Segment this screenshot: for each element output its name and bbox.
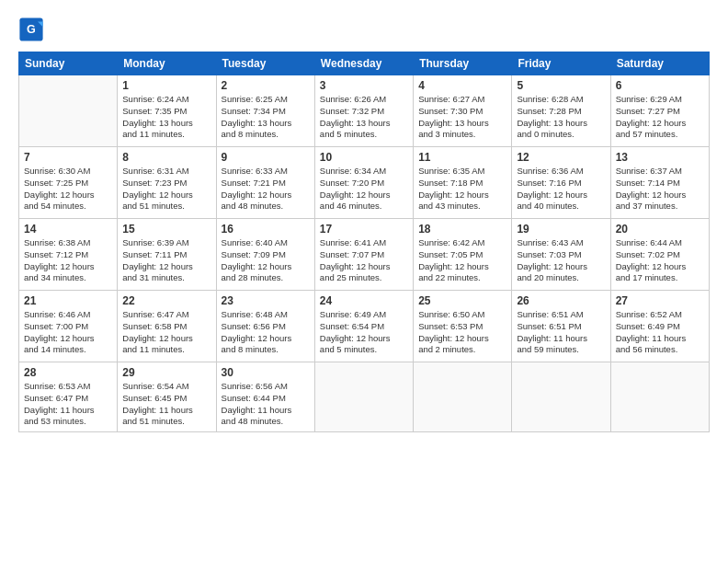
weekday-header-wednesday: Wednesday: [314, 52, 413, 75]
calendar-cell: 27Sunrise: 6:52 AM Sunset: 6:49 PM Dayli…: [610, 291, 709, 362]
calendar-cell: 8Sunrise: 6:31 AM Sunset: 7:23 PM Daylig…: [118, 147, 216, 219]
calendar-cell: 5Sunrise: 6:28 AM Sunset: 7:28 PM Daylig…: [512, 75, 610, 147]
calendar-cell: 12Sunrise: 6:36 AM Sunset: 7:16 PM Dayli…: [512, 147, 610, 219]
svg-text:G: G: [27, 23, 36, 36]
day-number: 9: [222, 151, 310, 164]
day-number: 5: [517, 79, 605, 92]
calendar-cell: 28Sunrise: 6:53 AM Sunset: 6:47 PM Dayli…: [19, 362, 118, 432]
day-number: 8: [122, 151, 210, 164]
day-number: 14: [24, 223, 112, 236]
calendar-cell: 18Sunrise: 6:42 AM Sunset: 7:05 PM Dayli…: [414, 219, 512, 291]
day-info: Sunrise: 6:39 AM Sunset: 7:11 PM Dayligh…: [122, 237, 210, 284]
day-info: Sunrise: 6:24 AM Sunset: 7:35 PM Dayligh…: [122, 94, 210, 141]
calendar-week-5: 28Sunrise: 6:53 AM Sunset: 6:47 PM Dayli…: [19, 362, 710, 432]
day-number: 15: [122, 223, 210, 236]
page: G SundayMondayTuesdayWednesdayThursdayFr…: [0, 0, 728, 563]
calendar-cell: [314, 362, 413, 432]
calendar-week-1: 1Sunrise: 6:24 AM Sunset: 7:35 PM Daylig…: [19, 75, 710, 147]
day-info: Sunrise: 6:27 AM Sunset: 7:30 PM Dayligh…: [418, 94, 506, 141]
calendar-cell: 29Sunrise: 6:54 AM Sunset: 6:45 PM Dayli…: [118, 362, 216, 432]
day-info: Sunrise: 6:54 AM Sunset: 6:45 PM Dayligh…: [122, 381, 210, 428]
day-info: Sunrise: 6:49 AM Sunset: 6:54 PM Dayligh…: [320, 309, 408, 356]
logo-icon: G: [18, 17, 44, 42]
calendar-cell: 15Sunrise: 6:39 AM Sunset: 7:11 PM Dayli…: [118, 219, 216, 291]
weekday-header-tuesday: Tuesday: [216, 52, 314, 75]
day-number: 10: [320, 151, 408, 164]
day-number: 25: [418, 294, 506, 307]
day-info: Sunrise: 6:48 AM Sunset: 6:56 PM Dayligh…: [222, 309, 310, 356]
calendar-cell: 19Sunrise: 6:43 AM Sunset: 7:03 PM Dayli…: [512, 219, 610, 291]
header: G: [18, 17, 710, 42]
day-info: Sunrise: 6:25 AM Sunset: 7:34 PM Dayligh…: [222, 94, 310, 141]
calendar-cell: 10Sunrise: 6:34 AM Sunset: 7:20 PM Dayli…: [314, 147, 413, 219]
calendar-cell: 16Sunrise: 6:40 AM Sunset: 7:09 PM Dayli…: [216, 219, 314, 291]
day-info: Sunrise: 6:31 AM Sunset: 7:23 PM Dayligh…: [122, 166, 210, 213]
calendar-cell: [19, 75, 118, 147]
day-info: Sunrise: 6:47 AM Sunset: 6:58 PM Dayligh…: [122, 309, 210, 356]
day-info: Sunrise: 6:51 AM Sunset: 6:51 PM Dayligh…: [517, 309, 605, 356]
day-number: 6: [616, 79, 704, 92]
weekday-header-row: SundayMondayTuesdayWednesdayThursdayFrid…: [19, 52, 710, 75]
weekday-header-thursday: Thursday: [414, 52, 512, 75]
day-number: 23: [222, 294, 310, 307]
day-info: Sunrise: 6:44 AM Sunset: 7:02 PM Dayligh…: [616, 237, 704, 284]
day-info: Sunrise: 6:56 AM Sunset: 6:44 PM Dayligh…: [222, 381, 310, 428]
day-info: Sunrise: 6:36 AM Sunset: 7:16 PM Dayligh…: [517, 166, 605, 213]
calendar-table: SundayMondayTuesdayWednesdayThursdayFrid…: [18, 52, 710, 432]
day-number: 29: [122, 366, 210, 379]
calendar-cell: 22Sunrise: 6:47 AM Sunset: 6:58 PM Dayli…: [118, 291, 216, 362]
day-number: 11: [418, 151, 506, 164]
day-number: 16: [222, 223, 310, 236]
day-info: Sunrise: 6:41 AM Sunset: 7:07 PM Dayligh…: [320, 237, 408, 284]
day-info: Sunrise: 6:53 AM Sunset: 6:47 PM Dayligh…: [24, 381, 112, 428]
calendar-cell: 3Sunrise: 6:26 AM Sunset: 7:32 PM Daylig…: [314, 75, 413, 147]
calendar-cell: 9Sunrise: 6:33 AM Sunset: 7:21 PM Daylig…: [216, 147, 314, 219]
day-number: 24: [320, 294, 408, 307]
day-number: 2: [222, 79, 310, 92]
day-info: Sunrise: 6:43 AM Sunset: 7:03 PM Dayligh…: [517, 237, 605, 284]
calendar-cell: 2Sunrise: 6:25 AM Sunset: 7:34 PM Daylig…: [216, 75, 314, 147]
calendar-cell: 13Sunrise: 6:37 AM Sunset: 7:14 PM Dayli…: [610, 147, 709, 219]
day-number: 4: [418, 79, 506, 92]
day-info: Sunrise: 6:28 AM Sunset: 7:28 PM Dayligh…: [517, 94, 605, 141]
day-info: Sunrise: 6:35 AM Sunset: 7:18 PM Dayligh…: [418, 166, 506, 213]
weekday-header-saturday: Saturday: [610, 52, 709, 75]
calendar-week-3: 14Sunrise: 6:38 AM Sunset: 7:12 PM Dayli…: [19, 219, 710, 291]
calendar-cell: 24Sunrise: 6:49 AM Sunset: 6:54 PM Dayli…: [314, 291, 413, 362]
calendar-cell: 4Sunrise: 6:27 AM Sunset: 7:30 PM Daylig…: [414, 75, 512, 147]
day-number: 12: [517, 151, 605, 164]
calendar-cell: 14Sunrise: 6:38 AM Sunset: 7:12 PM Dayli…: [19, 219, 118, 291]
day-number: 27: [616, 294, 704, 307]
day-info: Sunrise: 6:46 AM Sunset: 7:00 PM Dayligh…: [24, 309, 112, 356]
calendar-cell: 11Sunrise: 6:35 AM Sunset: 7:18 PM Dayli…: [414, 147, 512, 219]
day-number: 26: [517, 294, 605, 307]
calendar-cell: 7Sunrise: 6:30 AM Sunset: 7:25 PM Daylig…: [19, 147, 118, 219]
calendar-week-2: 7Sunrise: 6:30 AM Sunset: 7:25 PM Daylig…: [19, 147, 710, 219]
day-number: 19: [517, 223, 605, 236]
day-info: Sunrise: 6:40 AM Sunset: 7:09 PM Dayligh…: [222, 237, 310, 284]
day-info: Sunrise: 6:26 AM Sunset: 7:32 PM Dayligh…: [320, 94, 408, 141]
calendar-cell: 6Sunrise: 6:29 AM Sunset: 7:27 PM Daylig…: [610, 75, 709, 147]
day-info: Sunrise: 6:33 AM Sunset: 7:21 PM Dayligh…: [222, 166, 310, 213]
day-info: Sunrise: 6:42 AM Sunset: 7:05 PM Dayligh…: [418, 237, 506, 284]
day-info: Sunrise: 6:37 AM Sunset: 7:14 PM Dayligh…: [616, 166, 704, 213]
day-info: Sunrise: 6:50 AM Sunset: 6:53 PM Dayligh…: [418, 309, 506, 356]
calendar-cell: [610, 362, 709, 432]
weekday-header-sunday: Sunday: [19, 52, 118, 75]
calendar-week-4: 21Sunrise: 6:46 AM Sunset: 7:00 PM Dayli…: [19, 291, 710, 362]
day-number: 3: [320, 79, 408, 92]
weekday-header-friday: Friday: [512, 52, 610, 75]
calendar-cell: 21Sunrise: 6:46 AM Sunset: 7:00 PM Dayli…: [19, 291, 118, 362]
calendar-cell: 26Sunrise: 6:51 AM Sunset: 6:51 PM Dayli…: [512, 291, 610, 362]
calendar-cell: 23Sunrise: 6:48 AM Sunset: 6:56 PM Dayli…: [216, 291, 314, 362]
day-info: Sunrise: 6:52 AM Sunset: 6:49 PM Dayligh…: [616, 309, 704, 356]
calendar-cell: 17Sunrise: 6:41 AM Sunset: 7:07 PM Dayli…: [314, 219, 413, 291]
day-number: 13: [616, 151, 704, 164]
day-number: 18: [418, 223, 506, 236]
logo: G: [18, 17, 46, 42]
calendar-cell: 20Sunrise: 6:44 AM Sunset: 7:02 PM Dayli…: [610, 219, 709, 291]
calendar-cell: [414, 362, 512, 432]
day-info: Sunrise: 6:38 AM Sunset: 7:12 PM Dayligh…: [24, 237, 112, 284]
day-number: 17: [320, 223, 408, 236]
day-number: 7: [24, 151, 112, 164]
